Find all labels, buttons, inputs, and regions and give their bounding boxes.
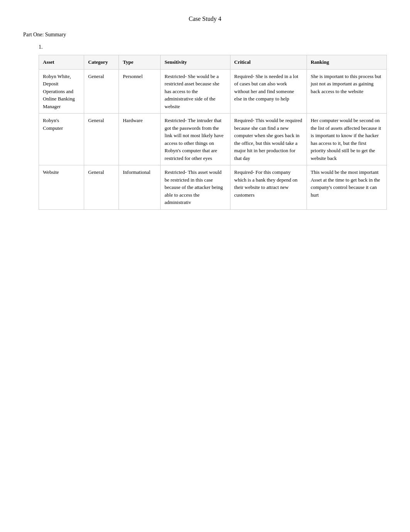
col-header-sensitivity: Sensitivity [161, 55, 230, 70]
table-header-row: Asset Category Type Sensitivity Critical… [39, 55, 387, 70]
cell-asset: Website [39, 165, 84, 210]
asset-table: Asset Category Type Sensitivity Critical… [39, 55, 387, 210]
section-title: Part One: Summary [23, 32, 387, 38]
cell-category: General [84, 165, 119, 210]
table-row: Robyn White, Deposit Operations and Onli… [39, 69, 387, 114]
cell-critical: Required- This would be required because… [230, 114, 307, 165]
cell-sensitivity: Restricted- She would be a restricted as… [161, 69, 230, 114]
cell-critical: Required- She is needed in a lot of case… [230, 69, 307, 114]
cell-ranking: Her computer would be second on the list… [307, 114, 386, 165]
cell-critical: Required- For this company which is a ba… [230, 165, 307, 210]
cell-type: Hardware [119, 114, 161, 165]
col-header-asset: Asset [39, 55, 84, 70]
cell-asset: Robyn White, Deposit Operations and Onli… [39, 69, 84, 114]
cell-sensitivity: Restricted- The intruder that got the pa… [161, 114, 230, 165]
page-title: Case Study 4 [23, 15, 387, 22]
cell-asset: Robyn's Computer [39, 114, 84, 165]
cell-ranking: She is important to this process but jus… [307, 69, 386, 114]
list-number: 1. [39, 44, 387, 50]
cell-sensitivity: Restricted- This asset would be restrict… [161, 165, 230, 210]
col-header-type: Type [119, 55, 161, 70]
col-header-ranking: Ranking [307, 55, 386, 70]
table-row: WebsiteGeneralInformationalRestricted- T… [39, 165, 387, 210]
cell-category: General [84, 69, 119, 114]
cell-type: Personnel [119, 69, 161, 114]
table-row: Robyn's ComputerGeneralHardwareRestricte… [39, 114, 387, 165]
cell-type: Informational [119, 165, 161, 210]
col-header-critical: Critical [230, 55, 307, 70]
numbered-list: 1. Asset Category Type Sensitivity Criti… [39, 44, 387, 210]
cell-ranking: This would be the most important Asset a… [307, 165, 386, 210]
cell-category: General [84, 114, 119, 165]
col-header-category: Category [84, 55, 119, 70]
